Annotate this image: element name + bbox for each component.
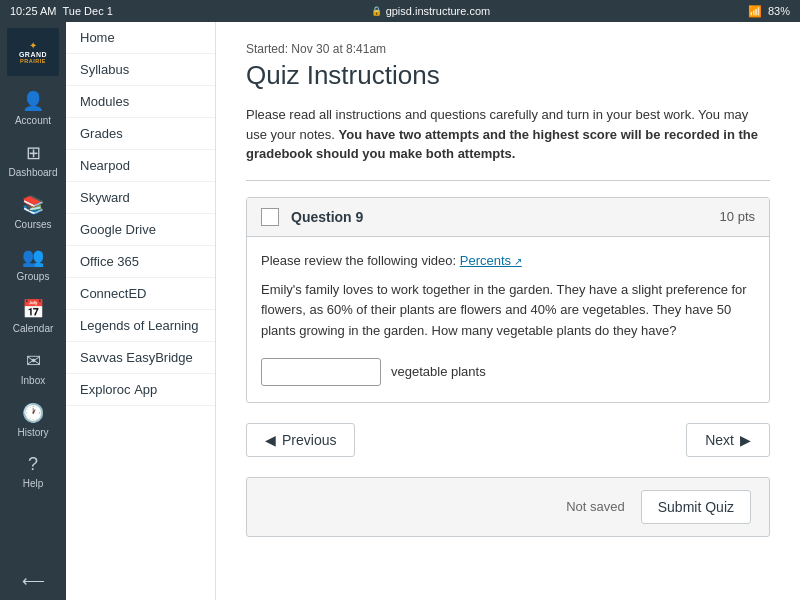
nav-nearpod[interactable]: Nearpod (66, 150, 215, 182)
sidebar-item-inbox[interactable]: ✉ Inbox (0, 342, 66, 394)
history-icon: 🕐 (22, 402, 44, 424)
nav-skyward[interactable]: Skyward (66, 182, 215, 214)
url-bar[interactable]: 🔒 gpisd.instructure.com (371, 5, 491, 17)
date: Tue Dec 1 (62, 5, 112, 17)
started-text: Started: Nov 30 at 8:41am (246, 42, 770, 56)
sidebar-bottom: ⟵ (0, 560, 66, 600)
nav-exploros[interactable]: Explorос App (66, 374, 215, 406)
submit-quiz-button[interactable]: Submit Quiz (641, 490, 751, 524)
nav-panel: Home Syllabus Modules Grades Nearpod Sky… (66, 22, 216, 600)
instructions: Please read all instructions and questio… (246, 105, 770, 181)
previous-button[interactable]: ◀ Previous (246, 423, 355, 457)
prev-label: Previous (282, 432, 336, 448)
url-text: gpisd.instructure.com (386, 5, 491, 17)
top-bar: 10:25 AM Tue Dec 1 🔒 gpisd.instructure.c… (0, 0, 800, 22)
next-arrow: ▶ (740, 432, 751, 448)
lock-icon: 🔒 (371, 6, 382, 16)
next-button[interactable]: Next ▶ (686, 423, 770, 457)
calendar-icon: 📅 (22, 298, 44, 320)
wifi-icon: 📶 (748, 5, 762, 18)
sidebar-label-account: Account (15, 115, 51, 126)
question-points: 10 pts (720, 209, 755, 224)
sidebar-item-courses[interactable]: 📚 Courses (0, 186, 66, 238)
account-icon: 👤 (22, 90, 44, 112)
nav-google-drive[interactable]: Google Drive (66, 214, 215, 246)
logo-prairie: PRAIRIE (20, 58, 46, 64)
sidebar-label-dashboard: Dashboard (9, 167, 58, 178)
time: 10:25 AM (10, 5, 56, 17)
question-card: Question 9 10 pts Please review the foll… (246, 197, 770, 403)
question-body: Please review the following video: Perce… (247, 237, 769, 402)
question-text: Emily's family loves to work together in… (261, 280, 755, 342)
sidebar-label-inbox: Inbox (21, 375, 45, 386)
logo-box: ✦ GRAND PRAIRIE (7, 28, 59, 76)
sidebar: ✦ GRAND PRAIRIE 👤 Account ⊞ Dashboard 📚 … (0, 22, 66, 600)
answer-input[interactable] (261, 358, 381, 386)
nav-syllabus[interactable]: Syllabus (66, 54, 215, 86)
sidebar-logo: ✦ GRAND PRAIRIE (0, 22, 66, 82)
video-label: Please review the following video: (261, 253, 456, 268)
courses-icon: 📚 (22, 194, 44, 216)
sidebar-item-groups[interactable]: 👥 Groups (0, 238, 66, 290)
nav-buttons: ◀ Previous Next ▶ (246, 423, 770, 457)
video-link[interactable]: Percents (460, 253, 522, 268)
inbox-icon: ✉ (26, 350, 41, 372)
nav-home[interactable]: Home (66, 22, 215, 54)
help-icon: ? (28, 454, 38, 475)
nav-savvas[interactable]: Savvas EasyBridge (66, 342, 215, 374)
sidebar-item-calendar[interactable]: 📅 Calendar (0, 290, 66, 342)
top-bar-left: 10:25 AM Tue Dec 1 (10, 5, 113, 17)
sidebar-label-groups: Groups (17, 271, 50, 282)
quiz-title: Quiz Instructions (246, 60, 770, 91)
dashboard-icon: ⊞ (26, 142, 41, 164)
answer-row: vegetable plants (261, 358, 755, 386)
next-label: Next (705, 432, 734, 448)
sidebar-label-history: History (17, 427, 48, 438)
groups-icon: 👥 (22, 246, 44, 268)
sidebar-item-dashboard[interactable]: ⊞ Dashboard (0, 134, 66, 186)
sidebar-item-help[interactable]: ? Help (0, 446, 66, 497)
battery-text: 83% (768, 5, 790, 17)
nav-office365[interactable]: Office 365 (66, 246, 215, 278)
answer-suffix: vegetable plants (391, 364, 486, 379)
main-layout: ✦ GRAND PRAIRIE 👤 Account ⊞ Dashboard 📚 … (0, 22, 800, 600)
sidebar-label-courses: Courses (14, 219, 51, 230)
content-area: Started: Nov 30 at 8:41am Quiz Instructi… (216, 22, 800, 600)
sidebar-item-account[interactable]: 👤 Account (0, 82, 66, 134)
question-checkbox[interactable] (261, 208, 279, 226)
nav-modules[interactable]: Modules (66, 86, 215, 118)
sidebar-label-help: Help (23, 478, 44, 489)
nav-grades[interactable]: Grades (66, 118, 215, 150)
prev-arrow: ◀ (265, 432, 276, 448)
collapse-button[interactable]: ⟵ (0, 560, 66, 600)
not-saved-text: Not saved (566, 499, 625, 514)
sidebar-item-history[interactable]: 🕐 History (0, 394, 66, 446)
logo-grand: GRAND (19, 51, 47, 58)
question-number: Question 9 (291, 209, 708, 225)
nav-legends[interactable]: Legends of Learning (66, 310, 215, 342)
submit-bar: Not saved Submit Quiz (246, 477, 770, 537)
logo-star: ✦ (29, 40, 37, 51)
top-bar-right: 📶 83% (748, 5, 790, 18)
sidebar-label-calendar: Calendar (13, 323, 54, 334)
question-header: Question 9 10 pts (247, 198, 769, 237)
video-link-line: Please review the following video: Perce… (261, 253, 755, 268)
nav-connected[interactable]: ConnectED (66, 278, 215, 310)
